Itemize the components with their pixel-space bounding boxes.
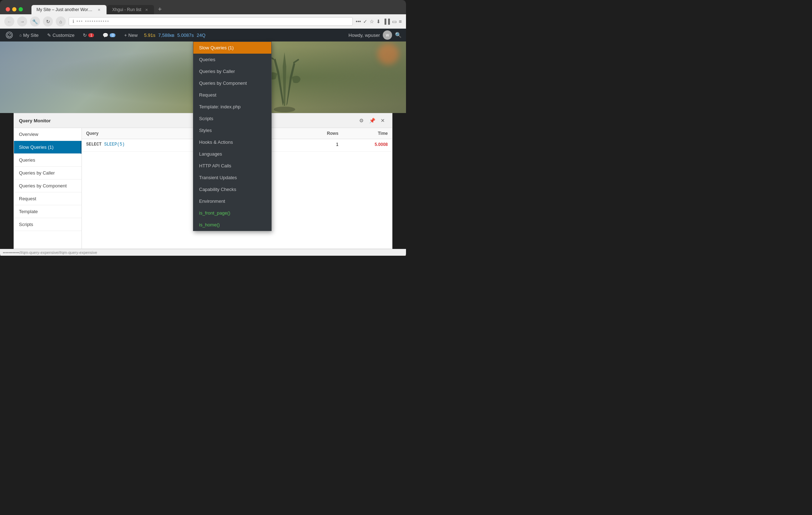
pocket-icon[interactable]: ✓ xyxy=(363,19,367,24)
wp-logo[interactable] xyxy=(4,30,14,40)
home-button[interactable]: ⌂ xyxy=(56,16,66,26)
status-url: ••••••••••••/#qm-query-expensive xyxy=(3,250,58,255)
tab-xhgui-label: Xhgui - Run list xyxy=(112,7,141,12)
tab-wordpress-close[interactable]: ✕ xyxy=(96,7,102,12)
qm-dropdown-menu: Slow Queries (1) Queries Queries by Call… xyxy=(193,41,272,231)
dropdown-languages[interactable]: Languages xyxy=(193,148,271,160)
qm-controls: ⚙ 📌 ✕ xyxy=(357,116,387,125)
address-bar[interactable]: ℹ ••• ••••••••••• xyxy=(69,17,353,26)
bookmark-icon[interactable]: ☆ xyxy=(370,19,374,24)
sidebar-item-overview[interactable]: Overview xyxy=(14,128,81,141)
dropdown-styles[interactable]: Styles xyxy=(193,124,271,136)
updates-badge: 1 xyxy=(88,33,94,37)
qm-sidebar: Overview Slow Queries (1) Queries Querie… xyxy=(14,128,82,249)
qm-size-stat[interactable]: 7,588кв xyxy=(158,33,174,38)
traffic-lights xyxy=(6,7,23,11)
tab-wordpress-label: My Site – Just another WordPress s xyxy=(36,7,94,12)
col-query: Query xyxy=(82,128,189,139)
browser-tabs: My Site – Just another WordPress s ✕ Xhg… xyxy=(31,4,400,14)
sidebar-item-request[interactable]: Request xyxy=(14,192,81,205)
user-avatar[interactable]: w xyxy=(383,30,392,40)
dropdown-hooks-actions[interactable]: Hooks & Actions xyxy=(193,136,271,148)
dropdown-slow-queries[interactable]: Slow Queries (1) xyxy=(193,42,271,54)
howdy-label: Howdy, wpuser xyxy=(348,33,380,38)
dropdown-request[interactable]: Request xyxy=(193,89,271,101)
col-rows: Rows xyxy=(297,128,342,139)
time-value: 5.0008 xyxy=(375,142,388,147)
customize-label: Customize xyxy=(53,33,74,38)
forward-button[interactable]: → xyxy=(17,16,27,26)
tools-button[interactable]: 🔧 xyxy=(30,16,40,26)
status-bar: ••••••••••••/#qm-query-expensive/#qm-que… xyxy=(0,249,406,256)
svg-line-3 xyxy=(293,59,299,63)
qm-time2-stat[interactable]: 5.0087s xyxy=(177,33,194,38)
admin-customize[interactable]: ✎ Customize xyxy=(44,29,78,41)
tab-wordpress[interactable]: My Site – Just another WordPress s ✕ xyxy=(31,5,107,14)
new-tab-button[interactable]: + xyxy=(155,4,165,14)
nav-bar: ← → 🔧 ↻ ⌂ ℹ ••• ••••••••••• ••• ✓ ☆ ⬇ ▐▐… xyxy=(0,14,406,29)
wp-admin-bar-wrapper: ⌂ My Site ✎ Customize ↻ 1 💬 0 + New 5.91… xyxy=(0,29,406,41)
qm-close-button[interactable]: ✕ xyxy=(378,116,387,125)
sidebar-item-scripts[interactable]: Scripts xyxy=(14,218,81,231)
library-icon[interactable]: ▐▐ xyxy=(383,19,390,24)
wp-admin-right: Howdy, wpuser w 🔍 xyxy=(348,30,402,40)
close-window-button[interactable] xyxy=(6,7,10,11)
wp-admin-bar: ⌂ My Site ✎ Customize ↻ 1 💬 0 + New 5.91… xyxy=(0,29,406,41)
sidebar-item-queries[interactable]: Queries xyxy=(14,154,81,167)
admin-my-site[interactable]: ⌂ My Site xyxy=(16,29,42,41)
sidebar-toggle-icon[interactable]: ▭ xyxy=(392,19,397,24)
sidebar-item-slow-queries[interactable]: Slow Queries (1) xyxy=(14,141,81,154)
qm-pin-button[interactable]: 📌 xyxy=(368,116,376,125)
rows-cell: 1 xyxy=(297,139,342,152)
title-bar: My Site – Just another WordPress s ✕ Xhg… xyxy=(0,0,406,14)
time-cell: 5.0008 xyxy=(343,139,392,152)
svg-point-1 xyxy=(274,107,295,112)
orange-orb xyxy=(377,43,399,65)
browser-chrome: My Site – Just another WordPress s ✕ Xhg… xyxy=(0,0,406,29)
col-time: Time xyxy=(343,128,392,139)
new-label: New xyxy=(128,33,138,38)
admin-comments[interactable]: 💬 0 xyxy=(99,29,119,41)
download-icon[interactable]: ⬇ xyxy=(376,19,381,24)
dropdown-http-api-calls[interactable]: HTTP API Calls xyxy=(193,160,271,172)
sidebar-item-template[interactable]: Template xyxy=(14,205,81,218)
dropdown-queries-by-component[interactable]: Queries by Component xyxy=(193,77,271,89)
dropdown-is-home[interactable]: is_home() xyxy=(193,219,271,231)
my-site-label: My Site xyxy=(23,33,39,38)
refresh-button[interactable]: ↻ xyxy=(43,16,53,26)
tab-xhgui[interactable]: Xhgui - Run list ✕ xyxy=(107,5,154,14)
back-button[interactable]: ← xyxy=(4,16,14,26)
admin-new[interactable]: + New xyxy=(120,29,141,41)
qm-time-stat[interactable]: 5.91s xyxy=(144,33,155,38)
sidebar-item-queries-by-component[interactable]: Queries by Component xyxy=(14,180,81,192)
dropdown-transient-updates[interactable]: Transient Updates xyxy=(193,172,271,183)
dropdown-capability-checks[interactable]: Capability Checks xyxy=(193,183,271,195)
qm-settings-button[interactable]: ⚙ xyxy=(357,116,366,125)
search-icon[interactable]: 🔍 xyxy=(395,32,402,38)
overflow-icon[interactable]: ••• xyxy=(356,19,361,24)
query-keyword: SELECT xyxy=(86,142,102,147)
query-cell: SELECT SLEEP(5) xyxy=(82,139,189,152)
query-value: SLEEP(5) xyxy=(104,142,125,147)
dropdown-scripts[interactable]: Scripts xyxy=(193,113,271,124)
dropdown-queries[interactable]: Queries xyxy=(193,54,271,65)
qm-panel-title: Query Monitor xyxy=(19,118,51,123)
comments-badge: 0 xyxy=(110,33,115,37)
admin-updates[interactable]: ↻ 1 xyxy=(79,29,98,41)
dropdown-environment[interactable]: Environment xyxy=(193,195,271,207)
dropdown-queries-by-caller[interactable]: Queries by Caller xyxy=(193,65,271,77)
dropdown-is-front-page[interactable]: is_front_page() xyxy=(193,207,271,219)
sidebar-item-queries-by-caller[interactable]: Queries by Caller xyxy=(14,167,81,180)
minimize-window-button[interactable] xyxy=(12,7,16,11)
address-text: ••• ••••••••••• xyxy=(76,19,109,24)
tab-xhgui-close[interactable]: ✕ xyxy=(144,7,149,12)
browser-nav-icons: ••• ✓ ☆ ⬇ ▐▐ ▭ ≡ xyxy=(356,19,402,24)
maximize-window-button[interactable] xyxy=(19,7,23,11)
qm-stats: 5.91s 7,588кв 5.0087s 24Q xyxy=(144,33,206,38)
menu-icon[interactable]: ≡ xyxy=(399,19,402,24)
qm-queries-stat[interactable]: 24Q xyxy=(197,33,206,38)
dropdown-template[interactable]: Template: index.php xyxy=(193,101,271,113)
